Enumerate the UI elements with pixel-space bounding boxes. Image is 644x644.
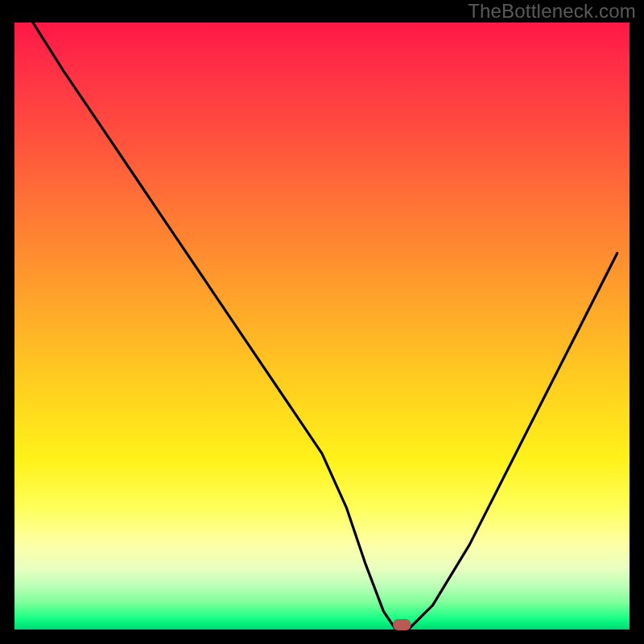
curve-layer: [14, 23, 630, 630]
chart-container: TheBottleneck.com: [0, 0, 644, 644]
watermark-text: TheBottleneck.com: [468, 0, 636, 23]
optimal-point-marker: [393, 619, 411, 630]
bottleneck-curve-path: [33, 23, 617, 630]
plot-area: [14, 23, 630, 630]
